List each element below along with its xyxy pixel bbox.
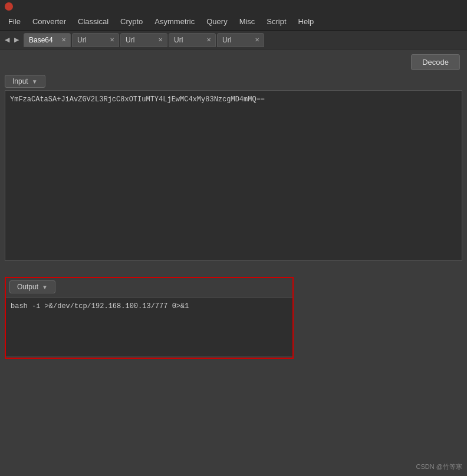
input-label-button[interactable]: Input ▼ <box>5 75 45 88</box>
input-dropdown-icon: ▼ <box>32 78 38 85</box>
nav-arrow-right[interactable]: ▶ <box>12 34 21 47</box>
nav-arrow-left[interactable]: ◀ <box>2 34 12 47</box>
decode-button[interactable]: Decode <box>411 54 460 70</box>
tab-1-close[interactable]: ✕ <box>108 36 116 44</box>
watermark: CSDN @竹等寒 <box>416 462 462 471</box>
tab-4-label: Url <box>222 36 241 44</box>
gap <box>5 267 462 277</box>
tab-2-close[interactable]: ✕ <box>156 36 165 44</box>
menu-query[interactable]: Query <box>200 15 233 28</box>
output-header: Output ▼ <box>6 278 292 295</box>
output-label-text: Output <box>17 283 38 291</box>
tab-2[interactable]: Url ✕ <box>120 33 167 47</box>
tabs-bar: ◀ ▶ Base64 ✕ Url ✕ Url ✕ Url ✕ Url ✕ <box>0 31 467 49</box>
title-bar <box>0 0 467 13</box>
tab-4[interactable]: Url ✕ <box>217 33 264 47</box>
output-label-button[interactable]: Output ▼ <box>9 280 55 293</box>
tab-0[interactable]: Base64 ✕ <box>24 33 71 47</box>
tab-4-close[interactable]: ✕ <box>253 36 261 44</box>
menu-crypto[interactable]: Crypto <box>114 15 149 28</box>
menu-script[interactable]: Script <box>261 15 292 28</box>
output-section-wrapper: Output ▼ <box>5 277 294 359</box>
nav-arrows: ◀ ▶ <box>2 34 21 47</box>
menu-file[interactable]: File <box>2 15 27 28</box>
menu-misc[interactable]: Misc <box>234 15 261 28</box>
tab-2-label: Url <box>126 36 144 44</box>
decode-bar: Decode <box>5 54 462 70</box>
tab-1-label: Url <box>77 36 96 44</box>
tab-1[interactable]: Url ✕ <box>72 33 119 47</box>
output-dropdown-icon: ▼ <box>42 284 48 290</box>
tab-0-label: Base64 <box>29 36 63 44</box>
input-header: Input ▼ <box>5 75 462 88</box>
main-content: Decode Input ▼ Output ▼ <box>0 49 467 476</box>
tab-3[interactable]: Url ✕ <box>169 33 216 47</box>
input-section: Input ▼ <box>5 75 462 263</box>
tab-3-close[interactable]: ✕ <box>205 36 213 44</box>
input-textarea[interactable] <box>5 90 462 261</box>
menu-converter[interactable]: Converter <box>27 15 72 28</box>
tab-0-close[interactable]: ✕ <box>60 36 68 44</box>
output-textarea[interactable] <box>6 297 292 356</box>
input-label-text: Input <box>12 77 28 85</box>
menu-classical[interactable]: Classical <box>72 15 114 28</box>
menu-help[interactable]: Help <box>292 15 320 28</box>
menu-asymmetric[interactable]: Asymmetric <box>149 15 200 28</box>
app-logo <box>5 2 13 11</box>
tab-3-label: Url <box>174 36 192 44</box>
menu-bar: File Converter Classical Crypto Asymmetr… <box>0 13 467 31</box>
